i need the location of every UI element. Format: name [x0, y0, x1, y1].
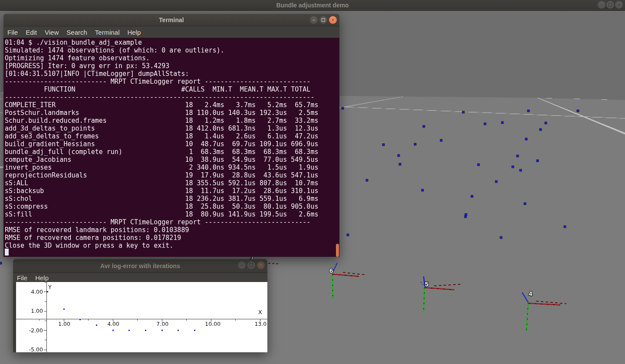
chart-data-point [47, 291, 48, 292]
x-minor-tick [39, 319, 39, 321]
terminal-menubar: FileEditViewSearchTerminalHelp [3, 26, 339, 38]
y-tick [44, 330, 46, 331]
x-tick-label: 4.00 [107, 321, 120, 327]
desktop: { "main_window": { "title": "Bundle adju… [0, 0, 625, 364]
y-tick-label: 1.00 [26, 308, 43, 314]
menu-item-view[interactable]: View [41, 29, 62, 36]
terminal-cursor [5, 249, 9, 256]
main-maximize-button[interactable] [606, 1, 614, 9]
terminal-titlebar[interactable]: Terminal − × [3, 14, 339, 26]
y-tick-label: 4.00 [26, 289, 43, 295]
main-window-title: Bundle adjustment demo [276, 2, 349, 9]
menu-item-help[interactable]: Help [31, 274, 53, 282]
menu-item-help[interactable]: Help [124, 29, 145, 36]
menu-item-file[interactable]: File [13, 274, 31, 282]
plot-window: Avr log-error with iterations − × FileHe… [13, 259, 267, 352]
menu-item-file[interactable]: File [3, 29, 22, 36]
x-tick-label: 10.00 [205, 321, 218, 327]
terminal-title: Terminal [159, 16, 184, 23]
y-tick-label: -5.00 [26, 346, 43, 352]
x-tick-label: 7.00 [156, 321, 169, 327]
main-close-button[interactable]: × [615, 1, 623, 9]
maximize-icon [322, 18, 325, 22]
plot-titlebar[interactable]: Avr log-error with iterations − × [13, 259, 267, 273]
menu-item-search[interactable]: Search [62, 29, 91, 36]
plot-minimize-button[interactable]: − [238, 261, 246, 269]
chart-data-point [79, 319, 81, 320]
y-minor-tick [45, 321, 46, 321]
y-minor-tick [45, 282, 46, 282]
main-window-controls: − × [598, 1, 623, 9]
maximize-icon [609, 3, 612, 7]
plot-canvas: Y X 1.004.007.0010.0013.04.001.00-2.00-5… [16, 282, 267, 352]
chart-data-point [63, 308, 65, 310]
chart-data-point [161, 330, 163, 331]
terminal-scrollbar-thumb[interactable] [336, 244, 339, 257]
terminal-window: Terminal − × FileEditViewSearchTerminalH… [3, 14, 339, 257]
plot-controls: − × [238, 261, 265, 269]
x-axis-label: X [258, 309, 262, 315]
x-axis-line [16, 319, 267, 319]
terminal-close-button[interactable]: × [329, 16, 337, 24]
plot-close-button[interactable]: × [257, 261, 265, 269]
maximize-icon [250, 263, 253, 267]
x-minor-tick [88, 319, 89, 321]
chart-data-point [145, 330, 146, 331]
menu-item-terminal[interactable]: Terminal [91, 29, 124, 36]
chart-data-point [96, 325, 97, 326]
main-window-titlebar[interactable]: Bundle adjustment demo − × [0, 0, 625, 11]
main-minimize-button[interactable]: − [598, 1, 605, 9]
plot-maximize-button[interactable] [247, 261, 255, 269]
terminal-output[interactable]: 01:04 $ ./vision_bundle_adj_example Simu… [3, 38, 339, 257]
chart-data-point [128, 330, 130, 331]
y-axis-line [46, 282, 47, 352]
y-tick [44, 292, 46, 292]
x-tick-label: 13.0 [254, 321, 267, 327]
x-minor-tick [235, 319, 236, 321]
menu-item-edit[interactable]: Edit [22, 29, 41, 36]
y-tick [44, 350, 46, 350]
terminal-maximize-button[interactable] [319, 16, 327, 24]
y-minor-tick [45, 340, 46, 340]
plot-title: Avr log-error with iterations [100, 262, 180, 269]
y-tick [44, 311, 46, 312]
chart-data-point [112, 330, 114, 331]
chart-data-point [178, 330, 179, 331]
chart-data-point [194, 330, 195, 331]
x-minor-tick [137, 319, 138, 321]
terminal-minimize-button[interactable]: − [310, 16, 318, 24]
x-tick-label: 1.00 [58, 321, 71, 327]
x-minor-tick [186, 319, 187, 321]
terminal-controls: − × [310, 16, 337, 24]
plot-menubar: FileHelp [13, 273, 267, 282]
y-tick-label: -2.00 [26, 327, 43, 334]
y-minor-tick [45, 302, 46, 302]
y-axis-label: Y [48, 284, 52, 290]
